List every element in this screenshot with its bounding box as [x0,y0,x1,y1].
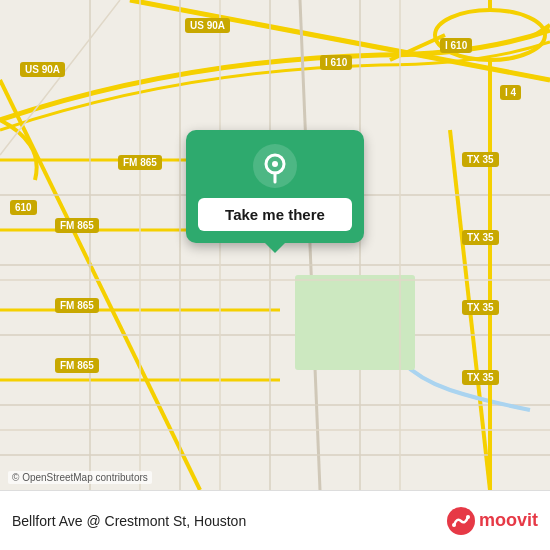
take-me-there-button[interactable]: Take me there [198,198,352,231]
moovit-brand-text: moovit [479,510,538,531]
bottom-bar: Bellfort Ave @ Crestmont St, Houston moo… [0,490,550,550]
map-copyright: © OpenStreetMap contributors [8,471,152,484]
road-label-i4: I 4 [500,85,521,100]
map-container: US 90A US 90A FM 865 FM 865 FM 865 FM 86… [0,0,550,490]
road-label-fm865-2: FM 865 [55,218,99,233]
location-pin-icon [253,144,297,188]
road-label-tx35-4: TX 35 [462,370,499,385]
road-label-i610: I 610 [320,55,352,70]
popup-card: Take me there [186,130,364,243]
road-label-tx35-3: TX 35 [462,300,499,315]
moovit-logo-icon [447,507,475,535]
svg-point-38 [452,523,456,527]
svg-rect-21 [295,275,415,370]
road-label-tx35-1: TX 35 [462,152,499,167]
road-label-610-left: 610 [10,200,37,215]
road-label-fm865-3: FM 865 [55,298,99,313]
road-label-i610-right: I 610 [440,38,472,53]
road-label-us90a-top: US 90A [185,18,230,33]
svg-point-35 [272,161,278,167]
address-text: Bellfort Ave @ Crestmont St, Houston [12,513,246,529]
moovit-logo: moovit [447,507,538,535]
road-label-fm865-1: FM 865 [118,155,162,170]
road-label-fm865-4: FM 865 [55,358,99,373]
svg-point-39 [466,515,470,519]
road-label-tx35-2: TX 35 [462,230,499,245]
road-label-us90a-left: US 90A [20,62,65,77]
